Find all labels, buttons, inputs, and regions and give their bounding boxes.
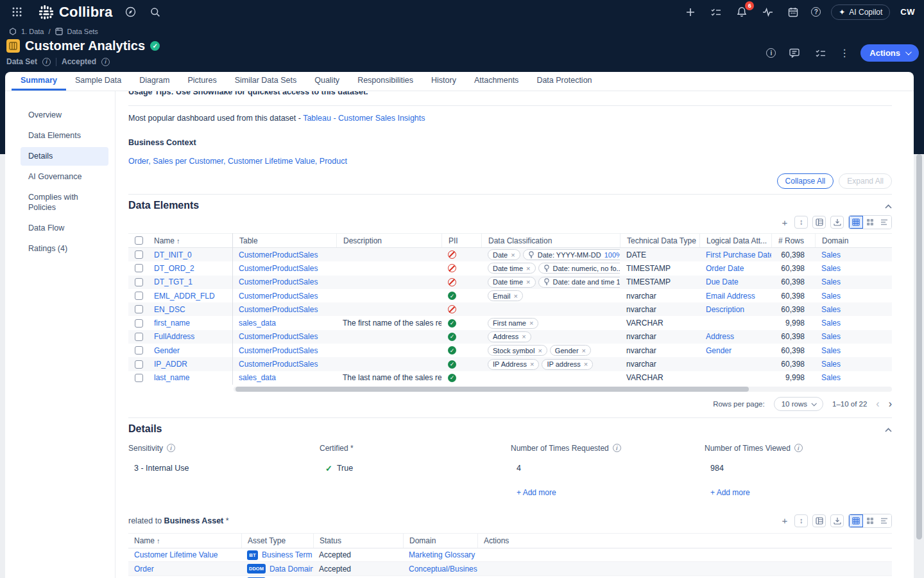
data-element-name-link[interactable]: FullAddress <box>154 332 194 341</box>
related-column-header-name[interactable]: Name↑ <box>128 534 241 548</box>
comments-icon[interactable] <box>787 46 802 61</box>
sidebar-item-overview[interactable]: Overview <box>21 106 108 125</box>
add-relation-icon[interactable]: + <box>780 515 790 526</box>
collapse-all-button[interactable]: Collapse All <box>777 173 834 189</box>
row-checkbox[interactable] <box>135 319 143 328</box>
related-column-header-status[interactable]: Status <box>313 534 403 548</box>
row-checkbox[interactable] <box>135 360 143 369</box>
asset-type-info-icon[interactable]: i <box>42 58 51 66</box>
row-checkbox[interactable] <box>135 333 143 341</box>
compass-icon[interactable] <box>123 4 139 20</box>
row-checkbox[interactable] <box>135 305 143 313</box>
horizontal-scrollbar[interactable] <box>234 387 892 392</box>
tab-similar-data-sets[interactable]: Similar Data Sets <box>226 72 306 91</box>
table-view-icon[interactable] <box>849 216 863 229</box>
field-info-icon[interactable]: i <box>613 444 621 452</box>
column-header-technical-data-type[interactable]: Technical Data Type <box>620 234 699 247</box>
activity-pulse-icon[interactable] <box>760 4 775 20</box>
ai-copilot-button[interactable]: ✦ AI Copilot <box>831 4 890 20</box>
previous-page-icon[interactable]: ‹ <box>876 398 879 410</box>
breadcrumb-item-datasets[interactable]: Data Sets <box>67 28 98 35</box>
sidebar-item-complies-with-policies[interactable]: Complies with Policies <box>21 188 108 218</box>
classification-chip[interactable]: Email× <box>488 290 523 301</box>
related-column-header-asset-type[interactable]: Asset Type <box>241 534 313 548</box>
classification-chip[interactable]: IP Address× <box>488 359 539 370</box>
domain-link[interactable]: Sales <box>821 292 841 301</box>
table-name-link[interactable]: CustomerProductSales <box>239 250 318 259</box>
classification-chip[interactable]: Date time× <box>488 263 536 274</box>
related-domain-link[interactable]: Conceptual/Busines... <box>409 565 477 574</box>
export-icon[interactable] <box>830 514 844 527</box>
row-checkbox[interactable] <box>135 264 143 272</box>
related-column-header-domain[interactable]: Domain <box>403 534 477 548</box>
table-name-link[interactable]: CustomerProductSales <box>239 332 318 341</box>
calendar-icon[interactable] <box>785 4 801 20</box>
column-header-domain[interactable]: Domain <box>815 234 892 247</box>
field-info-icon[interactable]: i <box>794 444 803 452</box>
data-element-name-link[interactable]: Gender <box>154 346 180 355</box>
user-avatar[interactable]: CW <box>900 7 915 17</box>
column-header-description[interactable]: Description <box>336 234 441 247</box>
data-element-name-link[interactable]: DT_ORD_2 <box>154 264 194 273</box>
related-asset-name-link[interactable]: Order <box>134 565 154 574</box>
asset-info-icon[interactable]: i <box>766 48 776 58</box>
remove-classification-icon[interactable]: × <box>584 360 588 368</box>
classification-chip[interactable]: IP address× <box>542 359 593 370</box>
remove-classification-icon[interactable]: × <box>530 360 534 368</box>
tasks-icon[interactable] <box>708 4 724 20</box>
tab-pictures[interactable]: Pictures <box>179 72 226 91</box>
data-element-name-link[interactable]: DT_TGT_1 <box>154 277 193 286</box>
suggested-classification-chip[interactable]: Date: YYYY-MM-DD100%... <box>523 249 620 260</box>
more-options-kebab-icon[interactable]: ⋮ <box>839 47 850 59</box>
logical-attribute-link[interactable]: Order Date <box>706 264 744 273</box>
expand-all-button[interactable]: Expand All <box>839 173 892 189</box>
remove-classification-icon[interactable]: × <box>526 278 530 286</box>
notifications-bell-icon[interactable]: 6 <box>734 4 749 20</box>
classification-chip[interactable]: Date time× <box>488 277 536 288</box>
related-asset-name-link[interactable]: Customer Lifetime Value <box>134 550 218 559</box>
collapse-section-icon[interactable] <box>885 423 892 435</box>
data-element-name-link[interactable]: EML_ADDR_FLD <box>154 292 215 301</box>
domain-link[interactable]: Sales <box>821 277 841 286</box>
actions-button[interactable]: Actions <box>860 44 919 62</box>
collibra-logo[interactable]: Collibra <box>38 4 113 21</box>
sidebar-item-ratings-4[interactable]: Ratings (4) <box>21 240 108 258</box>
remove-classification-icon[interactable]: × <box>511 251 515 259</box>
logical-attribute-link[interactable]: Email Address <box>706 292 755 301</box>
table-name-link[interactable]: CustomerProductSales <box>239 264 318 273</box>
table-name-link[interactable]: CustomerProductSales <box>239 360 318 369</box>
sidebar-item-details[interactable]: Details <box>21 147 108 166</box>
search-icon[interactable] <box>148 4 163 20</box>
data-element-name-link[interactable]: EN_DSC <box>154 305 185 314</box>
domain-link[interactable]: Sales <box>821 319 841 328</box>
suggested-classification-chip[interactable]: Date: numeric, no fo..... <box>538 263 620 274</box>
row-checkbox[interactable] <box>135 250 143 259</box>
list-view-icon[interactable] <box>877 514 891 527</box>
tab-history[interactable]: History <box>422 72 465 91</box>
list-view-icon[interactable] <box>877 216 891 229</box>
asset-type-link[interactable]: Data Domain <box>270 565 313 574</box>
tab-data-protection[interactable]: Data Protection <box>527 72 601 91</box>
column-header-pii[interactable]: PII <box>441 234 481 247</box>
row-checkbox[interactable] <box>135 346 143 355</box>
classification-chip[interactable]: Address× <box>488 331 531 342</box>
remove-classification-icon[interactable]: × <box>538 347 542 355</box>
table-name-link[interactable]: CustomerProductSales <box>239 292 318 301</box>
card-view-icon[interactable] <box>863 216 877 229</box>
horizontal-scrollbar-thumb[interactable] <box>235 387 749 392</box>
column-settings-icon[interactable] <box>812 514 826 527</box>
field-info-icon[interactable]: i <box>167 444 175 452</box>
responsibilities-checklist-icon[interactable] <box>813 46 828 61</box>
logical-attribute-link[interactable]: Due Date <box>706 277 739 286</box>
row-checkbox[interactable] <box>135 292 143 300</box>
card-view-icon[interactable] <box>863 514 877 527</box>
suggested-classification-chip[interactable]: Date: date and time 1... <box>538 277 620 288</box>
classification-chip[interactable]: Stock symbol× <box>488 345 547 356</box>
tab-sample-data[interactable]: Sample Data <box>66 72 130 91</box>
column-header-logical-data-att[interactable]: Logical Data Att... <box>699 234 771 247</box>
classification-chip[interactable]: First name× <box>488 318 538 329</box>
add-more-button[interactable]: + Add more <box>511 488 705 497</box>
asset-type-link[interactable]: Business Term <box>262 550 312 559</box>
vertical-scrollbar-thumb[interactable] <box>916 154 922 539</box>
column-header-rows[interactable]: # Rows <box>771 234 815 247</box>
